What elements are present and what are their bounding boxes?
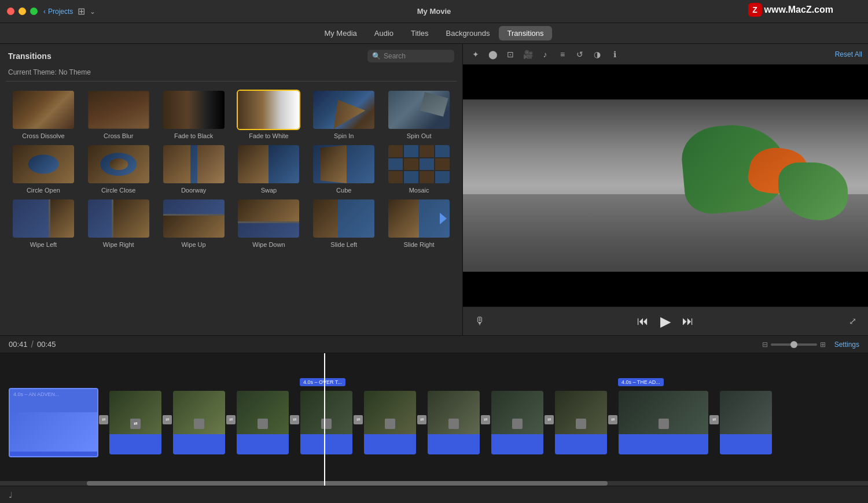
transition-icon: ⇄: [226, 415, 236, 424]
transition-fade-to-black[interactable]: Fade to Black: [159, 90, 229, 139]
transition-label-slide-right: Slide Right: [403, 241, 434, 248]
transition-wipe-down[interactable]: Wipe Down: [234, 198, 304, 248]
clip-transition-icon: [258, 419, 268, 429]
wand-icon[interactable]: ✦: [469, 47, 483, 61]
transition-label-wipe-down: Wipe Down: [252, 241, 285, 248]
nav-my-media[interactable]: My Media: [316, 26, 365, 40]
zoom-in-icon[interactable]: ⊞: [820, 341, 826, 349]
chevron-left-icon: ‹: [43, 8, 46, 16]
speed-icon[interactable]: ↺: [573, 47, 587, 61]
transition-marker[interactable]: ⇄: [417, 388, 427, 452]
transition-marker[interactable]: ⇄: [226, 388, 236, 452]
play-button[interactable]: ▶: [660, 313, 671, 330]
zoom-bar[interactable]: [771, 343, 817, 346]
nav-backgrounds[interactable]: Backgrounds: [438, 26, 498, 40]
transition-spin-in[interactable]: Spin In: [308, 90, 379, 139]
clip-transition-icon: ⇄: [130, 419, 141, 429]
table-row[interactable]: [428, 391, 480, 454]
fast-forward-button[interactable]: ⏭: [682, 315, 694, 328]
transition-circle-close[interactable]: Circle Close: [83, 144, 154, 194]
transition-swap[interactable]: Swap: [234, 144, 304, 194]
info-icon[interactable]: ℹ: [608, 47, 621, 61]
timeline-track: 4.0s – AN ADVEN... ⇄ ⇄ ⇄: [0, 353, 868, 486]
transition-marker[interactable]: ⇄: [98, 388, 109, 452]
table-row[interactable]: 4.0s – THE AD...: [618, 391, 709, 454]
transition-marker[interactable]: ⇄: [709, 388, 719, 452]
transition-wipe-up[interactable]: Wipe Up: [159, 198, 229, 248]
transition-marker[interactable]: ⇄: [353, 388, 363, 452]
rewind-button[interactable]: ⏮: [637, 315, 649, 328]
table-row[interactable]: [364, 391, 416, 454]
transition-label-wipe-left: Wipe Left: [30, 241, 57, 248]
reset-all-button[interactable]: Reset All: [835, 50, 862, 58]
transition-wipe-right[interactable]: Wipe Right: [83, 198, 154, 248]
timeline-settings-button[interactable]: Settings: [834, 341, 859, 349]
titlebar: ‹ Projects ⊞ ⌄ My Movie Z www.MacZ.com: [0, 0, 868, 23]
table-row[interactable]: [491, 391, 543, 454]
zoom-out-icon[interactable]: ⊟: [762, 341, 768, 349]
transition-marker[interactable]: ⇄: [608, 388, 618, 452]
transition-cross-dissolve[interactable]: Cross Dissolve: [8, 90, 79, 139]
camera-icon[interactable]: 🎥: [521, 47, 535, 61]
clip-transition-icon: [576, 419, 586, 429]
projects-button[interactable]: ‹ Projects: [43, 8, 73, 16]
filter-icon[interactable]: ◑: [590, 47, 604, 61]
transition-marker[interactable]: ⇄: [162, 388, 172, 452]
navbar: My Media Audio Titles Backgrounds Transi…: [0, 23, 868, 44]
transition-marker[interactable]: ⇄: [544, 388, 554, 452]
table-row[interactable]: [173, 391, 225, 454]
fullscreen-button[interactable]: ⤢: [849, 316, 856, 327]
transition-label-cross-dissolve: Cross Dissolve: [22, 132, 64, 139]
color-icon[interactable]: ⬤: [486, 47, 500, 61]
nav-audio[interactable]: Audio: [366, 26, 402, 40]
transition-wipe-left[interactable]: Wipe Left: [8, 198, 79, 248]
music-note-icon: ♩: [9, 490, 13, 500]
timeline-area: 00:41 / 00:45 ⊟ ⊞ Settings 4.0s – AN ADV…: [0, 335, 868, 503]
chart-icon[interactable]: ≡: [556, 47, 569, 61]
audio-icon[interactable]: ♪: [538, 47, 552, 61]
transition-label-slide-left: Slide Left: [330, 241, 357, 248]
nav-titles[interactable]: Titles: [403, 26, 437, 40]
table-row[interactable]: [555, 391, 607, 454]
transition-circle-open[interactable]: Circle Open: [8, 144, 79, 194]
timeline-playhead: [324, 353, 325, 486]
scrollbar-track: [0, 481, 868, 486]
transition-doorway[interactable]: Doorway: [159, 144, 229, 194]
transition-cube[interactable]: Cube: [308, 144, 379, 194]
theme-label: Current Theme: No Theme: [0, 66, 462, 81]
nav-transitions[interactable]: Transitions: [499, 26, 551, 40]
divider: [6, 81, 457, 82]
transition-icon: ⇄: [354, 415, 363, 424]
transition-icon: ⇄: [709, 415, 719, 424]
transition-spin-out[interactable]: Spin Out: [384, 90, 454, 139]
transition-mosaic[interactable]: Mosaic: [384, 144, 454, 194]
video-content: [463, 65, 868, 306]
transition-label-wipe-right: Wipe Right: [103, 241, 134, 248]
transition-slide-right[interactable]: Slide Right: [384, 198, 454, 248]
transition-label-spin-in: Spin In: [334, 132, 354, 139]
close-button[interactable]: [7, 8, 14, 15]
transition-fade-to-white[interactable]: Fade to White: [234, 90, 304, 139]
transitions-grid: Cross Dissolve Cross Blur Fade to: [0, 86, 462, 252]
table-row[interactable]: ⇄: [109, 391, 161, 454]
transition-cross-blur[interactable]: Cross Blur: [83, 90, 154, 139]
transition-icon: ⇄: [99, 415, 108, 424]
transition-slide-left[interactable]: Slide Left: [308, 198, 379, 248]
table-row[interactable]: [720, 391, 772, 454]
crop-icon[interactable]: ⊡: [503, 47, 517, 61]
search-box[interactable]: 🔍: [367, 50, 454, 62]
video-scene: [463, 99, 868, 272]
transition-marker[interactable]: ⇄: [480, 388, 491, 452]
table-row[interactable]: [237, 391, 289, 454]
current-time: 00:41: [9, 340, 28, 349]
table-row[interactable]: 4.0s – AN ADVEN...: [9, 388, 98, 457]
search-input[interactable]: [384, 52, 450, 60]
minimize-button[interactable]: [19, 8, 26, 15]
transition-marker[interactable]: ⇄: [289, 388, 300, 452]
right-panel: ✦ ⬤ ⊡ 🎥 ♪ ≡ ↺ ◑ ℹ Reset All: [463, 44, 868, 335]
clip-transition-icon: [385, 419, 395, 429]
mic-icon[interactable]: 🎙: [475, 315, 485, 327]
maximize-button[interactable]: [30, 8, 38, 15]
scrollbar-thumb[interactable]: [87, 481, 608, 486]
table-row[interactable]: 4.0s – OVER T...: [300, 391, 353, 454]
